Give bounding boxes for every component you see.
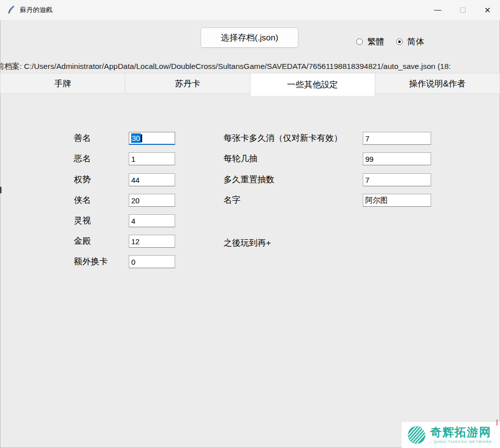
eming-input[interactable] (129, 152, 175, 165)
radio-traditional[interactable]: 繁體 (356, 36, 384, 47)
tab-other-settings[interactable]: 一些其他設定 (250, 73, 375, 96)
selected-text: 30 (131, 133, 141, 143)
label-draw-reset: 多久重置抽数 (224, 173, 274, 186)
label-name: 名字 (224, 194, 241, 207)
radio-unchecked-icon (356, 38, 363, 45)
xiaming-input[interactable] (129, 194, 175, 207)
tab-bar: 手牌 苏丹卡 一些其他設定 操作说明&作者 (0, 73, 500, 94)
lingshi-input[interactable] (129, 214, 175, 227)
shanming-input[interactable]: 30 (129, 132, 175, 145)
python-feather-icon (7, 5, 15, 14)
radio-traditional-label: 繁體 (367, 36, 384, 47)
qihui-logo-icon (407, 426, 426, 445)
quanshi-input[interactable] (129, 173, 175, 186)
minimize-button[interactable]: — (425, 0, 450, 20)
label-card-expire: 每张卡多久消（仅对新卡有效） (224, 132, 342, 145)
card-expire-input[interactable] (363, 132, 431, 145)
watermark-subtitle: - QIHUI TUOYOU NETWORK - (430, 440, 496, 444)
tab-sultan-cards[interactable]: 苏丹卡 (125, 73, 250, 94)
radio-simplified[interactable]: 简体 (396, 36, 424, 47)
label-eming: 恶名 (74, 152, 91, 165)
window-controls: — ✕ (425, 0, 500, 20)
label-shanming: 善名 (74, 132, 91, 145)
jindian-input[interactable] (129, 235, 175, 248)
label-xiaming: 侠名 (74, 194, 91, 207)
text-caret (141, 134, 142, 142)
tab-hand-cards[interactable]: 手牌 (0, 73, 125, 94)
maximize-button[interactable] (450, 0, 475, 20)
label-lingshi: 灵视 (74, 214, 91, 227)
minimize-icon: — (434, 5, 442, 13)
label-extra-swap: 额外换卡 (74, 255, 108, 268)
left-edge-notch (0, 187, 1, 193)
select-save-button[interactable]: 选择存档(.json) (201, 27, 298, 48)
window-title: 蘇丹的遊戲 (20, 0, 52, 20)
label-jindian: 金殿 (74, 235, 91, 248)
label-quanshi: 权势 (74, 173, 91, 186)
current-file-path: 前档案: C:/Users/Administrator/AppData/Loca… (0, 61, 500, 72)
close-button[interactable]: ✕ (475, 0, 500, 20)
extra-swap-input[interactable] (129, 255, 175, 268)
todo-note: 之後玩到再+ (224, 237, 271, 250)
app-window: 蘇丹的遊戲 — ✕ 选择存档(.json) 繁體 简体 前档案: C:/User… (0, 0, 500, 448)
current-file-path-text: 前档案: C:/Users/Administrator/AppData/Loca… (0, 61, 451, 72)
language-radio-group: 繁體 简体 (356, 35, 424, 48)
draws-per-round-input[interactable] (363, 152, 431, 165)
draw-reset-input[interactable] (363, 173, 431, 186)
radio-checked-icon (396, 38, 403, 45)
name-input[interactable] (363, 194, 431, 207)
radio-simplified-label: 简体 (407, 36, 424, 47)
watermark-card: 奇辉拓游网 - QIHUI TUOYOU NETWORK - (402, 422, 500, 448)
label-draws-per-round: 每轮几抽 (224, 152, 257, 165)
close-icon: ✕ (484, 5, 491, 15)
maximize-icon (460, 7, 466, 13)
watermark-edge-artifact (497, 420, 498, 426)
tab-instructions-author[interactable]: 操作说明&作者 (375, 73, 500, 94)
titlebar: 蘇丹的遊戲 — ✕ (0, 0, 500, 20)
watermark-title: 奇辉拓游网 (430, 425, 492, 440)
